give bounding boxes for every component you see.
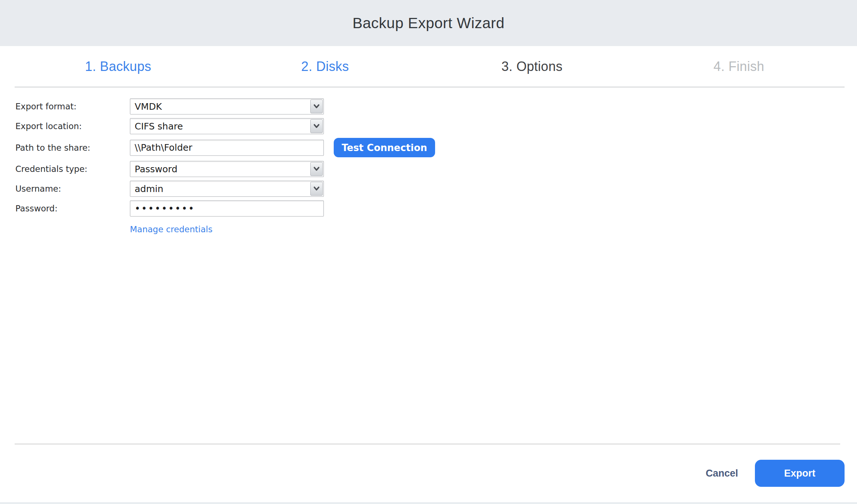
wizard-steps-nav: 1. Backups 2. Disks 3. Options 4. Finish [15,46,842,87]
step-options: 3. Options [428,46,636,87]
export-location-select[interactable]: CIFS share [130,118,324,134]
export-format-select[interactable]: VMDK [130,98,324,114]
step-finish: 4. Finish [636,46,843,87]
export-format-value: VMDK [131,99,310,113]
step-disks[interactable]: 2. Disks [222,46,429,87]
chevron-down-icon[interactable] [310,99,323,113]
footer-bar: Cancel Export [0,444,857,502]
form-row-export-format: Export format: VMDK [15,98,435,114]
form-row-share-path: Path to the share: Test Connection [15,138,435,157]
password-label: Password: [15,204,130,213]
username-select[interactable]: admin [130,181,324,197]
step-backups[interactable]: 1. Backups [15,46,222,87]
chevron-down-icon[interactable] [310,119,323,133]
share-path-input[interactable] [130,140,324,156]
test-connection-button[interactable]: Test Connection [334,138,435,157]
cancel-button[interactable]: Cancel [706,468,738,479]
chevron-down-icon[interactable] [310,162,323,176]
password-input[interactable] [130,200,324,217]
username-label: Username: [15,184,130,193]
credentials-type-value: Password [131,162,310,176]
username-value: admin [131,182,310,196]
export-options-form: Export format: VMDK Export location: CIF… [15,98,435,234]
window-bottom-edge [0,502,857,504]
credentials-type-select[interactable]: Password [130,161,324,177]
form-row-username: Username: admin [15,181,435,197]
credentials-type-label: Credentials type: [15,164,130,174]
backup-export-wizard-dialog: Backup Export Wizard 1. Backups 2. Disks… [0,0,857,504]
wizard-header: Backup Export Wizard [0,0,857,46]
page-title: Backup Export Wizard [352,15,505,32]
form-row-credentials-type: Credentials type: Password [15,161,435,177]
export-format-label: Export format: [15,102,130,111]
export-button[interactable]: Export [755,460,845,487]
manage-credentials-row: Manage credentials [15,225,435,234]
manage-credentials-link[interactable]: Manage credentials [130,225,213,234]
form-row-password: Password: [15,200,435,217]
export-location-label: Export location: [15,121,130,131]
form-row-export-location: Export location: CIFS share [15,118,435,134]
chevron-down-icon[interactable] [310,182,323,196]
export-location-value: CIFS share [131,119,310,133]
steps-divider [15,87,845,87]
share-path-label: Path to the share: [15,143,130,153]
